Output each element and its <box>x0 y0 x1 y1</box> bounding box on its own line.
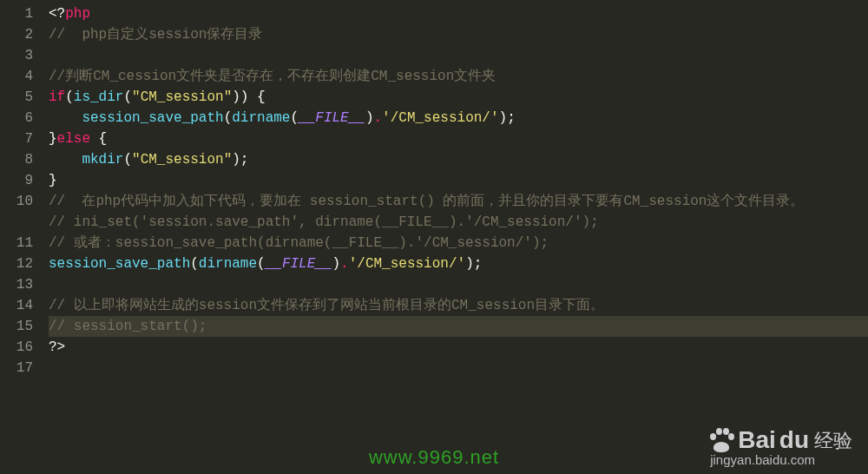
token-func: session_save_path <box>82 110 223 126</box>
token-keyword: php <box>65 6 90 22</box>
token-punct: } <box>49 173 57 188</box>
line-number: 14 <box>0 295 33 316</box>
baidu-paw-icon <box>710 428 734 452</box>
line-number: 9 <box>0 170 33 191</box>
baidu-du: du <box>779 426 809 454</box>
code-line[interactable]: ?> <box>49 337 868 358</box>
line-number: 11 <box>0 233 33 253</box>
code-line[interactable] <box>49 274 868 295</box>
token-func: dirname <box>232 110 290 126</box>
token-const: __FILE__ <box>266 256 332 272</box>
line-number: 3 <box>0 45 33 66</box>
token-comment: //判断CM_cession文件夹是否存在，不存在则创建CM_session文件… <box>49 69 496 84</box>
token-punct: } <box>49 131 57 147</box>
line-number: 5 <box>0 87 33 108</box>
code-area[interactable]: <?php// php自定义session保存目录//判断CM_cession文… <box>42 3 868 474</box>
token-punct: ( <box>224 110 233 126</box>
token-op: . <box>340 256 349 272</box>
token-comment: // session_start(); <box>49 319 207 334</box>
token-string: '/CM_session/' <box>382 110 498 126</box>
code-line[interactable]: // 在php代码中加入如下代码，要加在 session_start() 的前面… <box>49 191 868 212</box>
token-comment: // ini_set('session.save_path', dirname(… <box>49 214 599 230</box>
token-punct: ); <box>499 110 516 126</box>
line-number: 12 <box>0 253 33 274</box>
token-punct: ) <box>365 110 374 126</box>
baidu-bai: Bai <box>738 426 776 454</box>
token-punct <box>49 110 82 126</box>
token-punct: )) <box>232 89 248 105</box>
token-punct: ( <box>65 89 74 105</box>
baidu-subtitle: jingyan.baidu.com <box>710 452 852 467</box>
code-line[interactable]: if(is_dir("CM_session")) { <box>49 87 868 108</box>
code-line[interactable]: // session_start(); <box>49 316 868 337</box>
line-number: 1 <box>0 3 33 24</box>
token-punct: ( <box>190 256 199 272</box>
token-string: "CM_session" <box>132 152 232 168</box>
token-string: '/CM_session/' <box>349 256 465 272</box>
line-number: 7 <box>0 128 33 149</box>
line-number: 6 <box>0 108 33 128</box>
token-comment: // 在php代码中加入如下代码，要加在 session_start() 的前面… <box>49 194 804 209</box>
token-punct: ( <box>257 256 266 272</box>
baidu-jingyan: 经验 <box>814 428 852 454</box>
line-number: 10 <box>0 191 33 233</box>
token-punct: ); <box>232 152 248 168</box>
line-number: 4 <box>0 66 33 87</box>
token-func: session_save_path <box>49 256 190 272</box>
line-number: 15 <box>0 316 33 337</box>
line-number: 13 <box>0 274 33 295</box>
token-func: mkdir <box>82 152 123 168</box>
token-comment: // 以上即将网站生成的session文件保存到了网站当前根目录的CM_sess… <box>49 298 604 313</box>
token-tag: <? <box>49 6 65 22</box>
code-line[interactable] <box>49 45 868 66</box>
token-punct: ( <box>123 89 132 105</box>
code-editor[interactable]: 1234567891011121314151617 <?php// php自定义… <box>0 0 868 474</box>
code-line[interactable]: //判断CM_cession文件夹是否存在，不存在则创建CM_session文件… <box>49 66 868 87</box>
line-number: 2 <box>0 24 33 45</box>
line-number: 17 <box>0 358 33 379</box>
watermark-baidu: Baidu 经验 jingyan.baidu.com <box>710 426 852 467</box>
token-punct: ( <box>123 152 132 168</box>
token-func: is_dir <box>74 89 124 105</box>
token-punct: ); <box>465 256 482 272</box>
token-punct: { <box>90 131 107 147</box>
code-line[interactable]: session_save_path(dirname(__FILE__).'/CM… <box>49 108 868 128</box>
token-comment: // 或者：session_save_path(dirname(__FILE__… <box>49 235 549 251</box>
code-line[interactable]: }else { <box>49 128 868 149</box>
token-punct: ( <box>290 110 299 126</box>
token-op: . <box>374 110 383 126</box>
code-line[interactable]: session_save_path(dirname(__FILE__).'/CM… <box>49 253 868 274</box>
token-const: __FILE__ <box>299 110 365 126</box>
code-line[interactable]: mkdir("CM_session"); <box>49 149 868 170</box>
code-line[interactable]: // 以上即将网站生成的session文件保存到了网站当前根目录的CM_sess… <box>49 295 868 316</box>
token-tag: ?> <box>49 339 65 355</box>
token-keyword: else <box>57 131 90 147</box>
token-func: dirname <box>199 256 257 272</box>
watermark-url: www.9969.net <box>369 446 499 469</box>
code-line[interactable]: // php自定义session保存目录 <box>49 24 868 45</box>
code-line[interactable]: // 或者：session_save_path(dirname(__FILE__… <box>49 233 868 253</box>
token-punct: { <box>248 89 265 105</box>
code-line[interactable]: } <box>49 170 868 191</box>
token-keyword: if <box>49 89 65 105</box>
token-punct <box>49 152 82 168</box>
token-string: "CM_session" <box>132 89 232 105</box>
token-comment: // php自定义session保存目录 <box>49 27 262 43</box>
token-punct: ) <box>332 256 340 272</box>
code-line[interactable]: // ini_set('session.save_path', dirname(… <box>49 212 868 233</box>
line-number: 8 <box>0 149 33 170</box>
line-number-gutter: 1234567891011121314151617 <box>0 3 42 474</box>
code-line[interactable]: <?php <box>49 3 868 24</box>
line-number: 16 <box>0 337 33 358</box>
